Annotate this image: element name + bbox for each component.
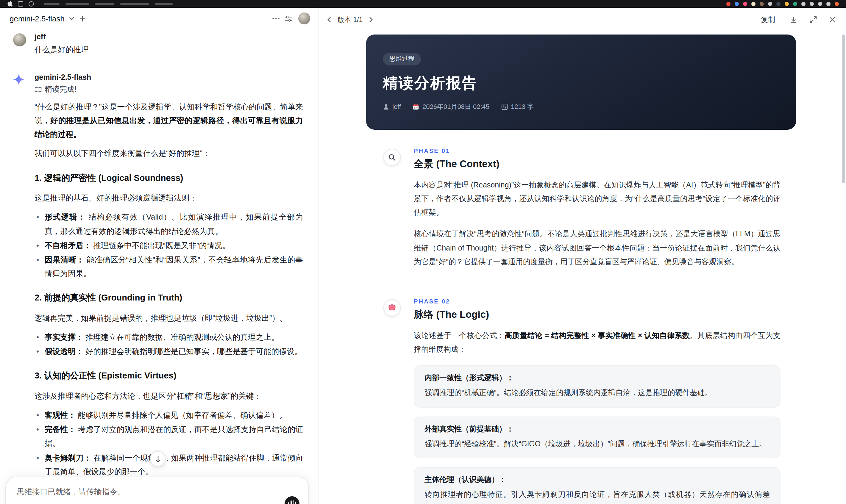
menubar-app-icon[interactable] [760, 2, 764, 6]
screen: gemini-2.5-flash [0, 0, 846, 504]
voice-input-button[interactable] [285, 496, 299, 504]
assistant-status: 精读完成! [35, 85, 303, 95]
report-hero: 思维过程 精读分析报告 jeff 2 [366, 35, 796, 130]
user-message-text: 什么是好的推理 [35, 44, 303, 55]
menubar-app-icon[interactable] [751, 2, 756, 6]
menubar-menu-item[interactable] [155, 3, 173, 5]
counter-icon [501, 103, 508, 110]
dimension-card: 外部真实性（前提基础）： 强调推理的“经验校准”。解决“GIGO（垃圾进，垃圾出… [414, 416, 780, 458]
bullet-list: 客观性： 能够识别并尽量排除个人偏见（如幸存者偏差、确认偏差）。 完备性： 考虑… [35, 408, 303, 478]
copy-button[interactable]: 复制 [757, 14, 779, 25]
bullet-item: 因果清晰： 能准确区分“相关性”和“因果关系”，不会轻率地将先后发生的事情归为因… [35, 253, 303, 281]
waveform-icon [290, 500, 292, 504]
menubar-app-icon[interactable] [768, 2, 772, 6]
account-avatar[interactable] [298, 13, 310, 24]
report-meta: jeff 2026年01月08日 02:45 121 [383, 102, 779, 111]
user-avatar [13, 33, 26, 47]
menubar-app-icon[interactable] [793, 2, 797, 6]
meta-wordcount: 1213 字 [501, 102, 534, 111]
assistant-markdown: “什么是好的推理？”这是一个涉及逻辑学、认知科学和哲学核心的问题。简单来说，好的… [35, 100, 303, 504]
paragraph: 这是推理的基石。好的推理必须遵循逻辑法则： [35, 191, 303, 205]
apple-menu-icon[interactable] [7, 1, 13, 7]
user-name: jeff [35, 33, 303, 41]
download-icon[interactable] [789, 15, 798, 24]
menubar-app-icon[interactable] [810, 2, 814, 6]
menubar-app-icon[interactable] [818, 2, 822, 6]
scroll-to-bottom-button[interactable] [150, 451, 165, 467]
menubar-menu-item[interactable] [95, 3, 114, 5]
bullet-list: 形式逻辑： 结构必须有效（Valid）。比如演绎推理中，如果前提全部为真，那么通… [35, 210, 303, 280]
paragraph: 本内容是对“推理 (Reasoning)”这一抽象概念的高层建模。在知识爆炸与人… [414, 179, 780, 220]
version-navigation: 版本 1/1 [326, 15, 374, 24]
menubar-app-icon[interactable] [835, 2, 839, 6]
chat-message-list[interactable]: jeff 什么是好的推理 gemini-2.5-flash 精读完成! [0, 27, 318, 504]
phase-label: PHASE 02 [414, 298, 780, 305]
chevron-down-icon [68, 16, 75, 21]
menubar-app-icon[interactable] [735, 2, 739, 6]
book-icon [35, 87, 42, 92]
meta-date: 2026年01月08日 02:45 [413, 102, 489, 111]
model-selector[interactable]: gemini-2.5-flash [10, 14, 75, 23]
phase-1: PHASE 01 全景 (The Context) 本内容是对“推理 (Reas… [366, 148, 796, 277]
calendar-icon [413, 103, 419, 110]
assistant-name: gemini-2.5-flash [35, 73, 303, 82]
person-icon [383, 103, 389, 110]
phase-2-content: PHASE 02 脉络 (The Logic) 该论述基于一个核心公式：高质量结… [414, 298, 796, 504]
bullet-item: 客观性： 能够识别并尽量排除个人偏见（如幸存者偏差、确认偏差）。 [35, 408, 303, 422]
paragraph: 核心情境在于解决“思考的随意性”问题。不论是人类通过批判性思维进行决策，还是大语… [414, 228, 780, 269]
bullet-item: 完备性： 考虑了对立的观点和潜在的反证，而不是只选择支持自己结论的证据。 [35, 423, 303, 450]
new-chat-button[interactable] [78, 14, 87, 23]
app-window: gemini-2.5-flash [0, 8, 846, 504]
menubar-app-icon[interactable] [743, 2, 747, 6]
model-name: gemini-2.5-flash [10, 14, 65, 23]
menubar-status-icons [726, 2, 839, 6]
bullet-list: 事实支撑： 推理建立在可靠的数据、准确的观测或公认的真理之上。 假设透明： 好的… [35, 330, 303, 359]
expand-icon[interactable] [809, 15, 818, 24]
waveform-icon [293, 500, 294, 504]
menubar-app-icon[interactable] [826, 2, 830, 6]
assistant-status-text: 精读完成! [45, 85, 76, 95]
brain-icon [383, 299, 401, 317]
paragraph: 这涉及推理者的心态和方法论，也是区分“杠精”和“思想家”的关键： [35, 389, 303, 403]
bullet-item: 假设透明： 好的推理会明确指明哪些是已知事实，哪些是基于可能的假设。 [35, 344, 303, 358]
menubar-menu-item[interactable] [120, 3, 149, 5]
menubar-app-icon[interactable] [801, 2, 806, 6]
artifact-content[interactable]: 思维过程 精读分析报告 jeff 2 [366, 32, 796, 504]
menubar-app-icon[interactable] [785, 2, 789, 6]
version-label: 版本 1/1 [338, 15, 363, 24]
more-options-button[interactable] [271, 16, 281, 21]
menubar-menus [44, 3, 173, 5]
bullet-item: 事实支撑： 推理建立在可靠的数据、准确的观测或公认的真理之上。 [35, 330, 303, 344]
settings-sliders-button[interactable] [283, 14, 294, 23]
chat-panel: gemini-2.5-flash [0, 8, 319, 504]
menubar-app-icon[interactable] [776, 2, 780, 6]
section-heading: 3. 认知的公正性 (Epistemic Virtues) [35, 368, 303, 384]
paragraph: 该论述基于一个核心公式：高质量结论 = 结构完整性 × 事实准确性 × 认知自律… [414, 329, 780, 357]
version-next-button[interactable] [368, 16, 374, 24]
bullet-item: 形式逻辑： 结构必须有效（Valid）。比如演绎推理中，如果前提全部为真，那么通… [35, 210, 303, 238]
paragraph: 逻辑再完美，如果前提是错误的，推理也是垃圾（即“垃圾进，垃圾出”）。 [35, 311, 303, 325]
waveform-icon [288, 502, 289, 504]
magnifier-icon [383, 149, 401, 166]
chat-header: gemini-2.5-flash [0, 8, 318, 28]
paragraph: “什么是好的推理？”这是一个涉及逻辑学、认知科学和哲学核心的问题。简单来说，好的… [35, 100, 303, 141]
bullet-item: 奥卡姆剃刀： 在解释同一个现象时，如果两种推理都能站得住脚，通常倾向于最简单、假… [35, 451, 303, 479]
artifact-actions: 复制 [757, 14, 836, 25]
composer [5, 476, 309, 504]
gemini-sparkle-icon [13, 73, 25, 86]
message-input[interactable] [17, 487, 242, 496]
phase-title: 全景 (The Context) [414, 158, 780, 171]
close-icon[interactable] [828, 16, 836, 24]
scrollbar-thumb[interactable] [842, 35, 845, 183]
menubar-menu-item[interactable] [44, 3, 59, 5]
menubar-app-icon[interactable] [726, 2, 730, 6]
phase-title: 脉络 (The Logic) [414, 308, 780, 321]
version-prev-button[interactable] [326, 16, 332, 24]
menubar-app-glyph[interactable] [29, 1, 34, 6]
artifact-panel: 版本 1/1 复制 [319, 8, 846, 504]
meta-author: jeff [383, 103, 401, 110]
menubar-menu-item[interactable] [66, 3, 89, 5]
menubar-app-glyph[interactable] [18, 1, 23, 6]
menubar [0, 0, 846, 8]
phase-1-content: PHASE 01 全景 (The Context) 本内容是对“推理 (Reas… [414, 148, 796, 277]
